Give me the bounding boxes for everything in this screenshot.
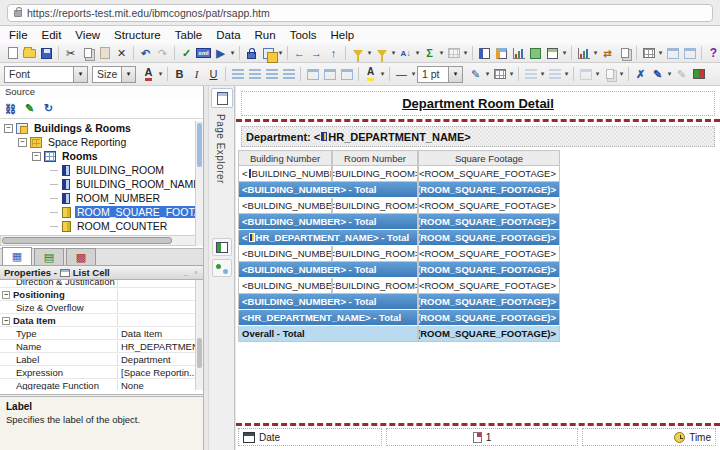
font-select-arrow[interactable] [73,67,87,82]
tab-source[interactable]: ▦ [2,247,32,265]
table-header-row[interactable]: Building Number Room Number Square Foota… [238,150,560,166]
insert-repeater-dropdown[interactable] [561,45,568,61]
table-row[interactable]: <BUILDING_NUMBER> <BUILDING_ROOM> <ROOM_… [238,198,560,214]
refresh-metadata-icon[interactable]: ↻ [41,101,56,116]
new-report-icon[interactable] [4,45,21,61]
style-presets-dropdown[interactable] [594,66,601,82]
property-group-data-item[interactable]: Data Item [0,314,196,327]
tab-toolbox[interactable]: ▩ [66,248,96,265]
border-color-icon[interactable]: ✎ [467,66,484,82]
report-list-table[interactable]: Building Number Room Number Square Foota… [238,150,560,342]
insert-repeater-icon[interactable] [544,45,561,61]
swap-rows-columns-icon[interactable]: ⇄ [599,45,616,61]
menu-edit[interactable]: Edit [35,29,69,41]
align-justify-icon[interactable] [280,66,297,82]
border-width-select[interactable]: 1 pt [417,66,463,83]
query-explorer-tab[interactable] [212,238,232,256]
insert-map-icon[interactable] [527,45,544,61]
reset-style-icon[interactable]: ✗ [632,66,649,82]
align-left-icon[interactable] [229,66,246,82]
tree-item-room-counter[interactable]: ROOM_COUNTER [0,219,196,233]
tree-item-room-square-footage[interactable]: ROOM_SQUARE_FOOTAGE [0,205,196,219]
background-color-icon[interactable]: A [362,66,379,82]
copy-icon[interactable] [79,45,96,61]
conditional-styles-icon[interactable] [690,66,707,82]
line-style-dropdown[interactable] [410,66,417,82]
property-row-expression[interactable]: Expression[Space Reportin... [0,366,196,379]
valign-top-icon[interactable] [304,66,321,82]
collapse-icon[interactable] [18,138,27,147]
column-header[interactable]: Square Footage [418,150,560,166]
border-color-dropdown[interactable] [484,66,491,82]
sort-icon[interactable]: A↓ [397,45,414,61]
style-presets-icon[interactable] [577,66,594,82]
go-up-icon[interactable]: ↑ [325,45,342,61]
menu-structure[interactable]: Structure [107,29,168,41]
background-color-dropdown[interactable] [379,66,386,82]
valign-bottom-icon[interactable] [338,66,355,82]
bold-icon[interactable]: B [171,66,188,82]
report-title-block[interactable]: Department Room Detail [241,91,715,116]
property-row-type[interactable]: TypeData Item [0,327,196,340]
menu-run[interactable]: Run [248,29,283,41]
table-row[interactable]: <BUILDING_NUMBER> <BUILDING_ROOM> <ROOM_… [238,246,560,262]
italic-icon[interactable]: I [188,66,205,82]
font-color-dropdown[interactable] [157,66,164,82]
align-center-icon[interactable] [246,66,263,82]
insert-table-icon[interactable] [640,45,657,61]
open-report-icon[interactable] [21,45,38,61]
collapse-icon[interactable] [32,152,41,161]
tree-item-package[interactable]: Buildings & Rooms [0,121,196,135]
collapse-icon[interactable] [4,124,13,133]
line-style-icon[interactable]: — [393,66,410,82]
property-group-positioning[interactable]: Positioning [0,288,196,301]
validate-report-icon[interactable]: ✓ [178,45,195,61]
table-row-department-total[interactable]: <HR_DEPARTMENT_NAME> - Total <Total(ROOM… [238,230,560,246]
menu-data[interactable]: Data [209,29,247,41]
tree-item-namespace[interactable]: Space Reporting [0,135,196,149]
tab-data-items[interactable]: ▤ [34,248,64,265]
condition-explorer-tab[interactable] [212,259,232,277]
collapse-group-icon[interactable] [2,291,10,299]
run-report-icon[interactable]: ▶ [212,45,229,61]
chart-type-icon[interactable] [575,45,592,61]
filter-dropdown[interactable] [366,45,373,61]
tree-item-building-room-name[interactable]: BUILDING_ROOM_NAME [0,177,196,191]
tree-item-building-room[interactable]: BUILDING_ROOM [0,163,196,177]
report-canvas[interactable]: Department Room Detail Department: <HR_D… [236,86,720,450]
footer-page-cell[interactable]: 1 [386,428,578,446]
table-row-total[interactable]: <BUILDING_NUMBER> - Total <Total(ROOM_SQ… [238,294,560,310]
column-header[interactable]: Room Number [332,150,418,166]
footer-time-cell[interactable]: Time [582,428,716,446]
menu-tools[interactable]: Tools [283,29,324,41]
section-dropdown[interactable] [462,45,469,61]
border-width-arrow[interactable] [448,67,462,82]
borders-dropdown[interactable] [508,66,515,82]
menu-view[interactable]: View [68,29,107,41]
collapse-group-icon[interactable] [2,317,10,325]
layers-icon[interactable] [260,45,277,61]
tree-horizontal-scrollbar[interactable] [0,235,196,246]
insert-table-dropdown[interactable] [657,45,664,61]
undo-icon[interactable]: ↶ [137,45,154,61]
summarize-dropdown[interactable] [438,45,445,61]
chart-type-dropdown[interactable] [592,45,599,61]
menu-file[interactable]: File [2,29,35,41]
advanced-filter-dropdown[interactable] [390,45,397,61]
property-row-label[interactable]: LabelDepartment [0,353,196,366]
department-header-block[interactable]: Department: <HR_DEPARTMENT_NAME> [241,126,715,147]
size-select[interactable]: Size [92,66,136,83]
properties-scrollbar[interactable] [195,280,203,390]
copy-format-icon[interactable] [616,45,633,61]
headers-icon[interactable] [664,45,681,61]
link-package-icon[interactable]: ⛓ [3,101,18,116]
back-icon[interactable]: ← [291,45,308,61]
footers-icon[interactable] [681,45,698,61]
table-row-overall-total[interactable]: Overall - Total <Total(ROOM_SQUARE_FOOTA… [238,326,560,342]
redo-icon[interactable]: ↷ [154,45,171,61]
pickup-style-dropdown[interactable] [666,66,673,82]
column-header[interactable]: Building Number [238,150,332,166]
menu-help[interactable]: Help [324,29,362,41]
menu-table[interactable]: Table [168,29,210,41]
insert-list-icon[interactable] [476,45,493,61]
